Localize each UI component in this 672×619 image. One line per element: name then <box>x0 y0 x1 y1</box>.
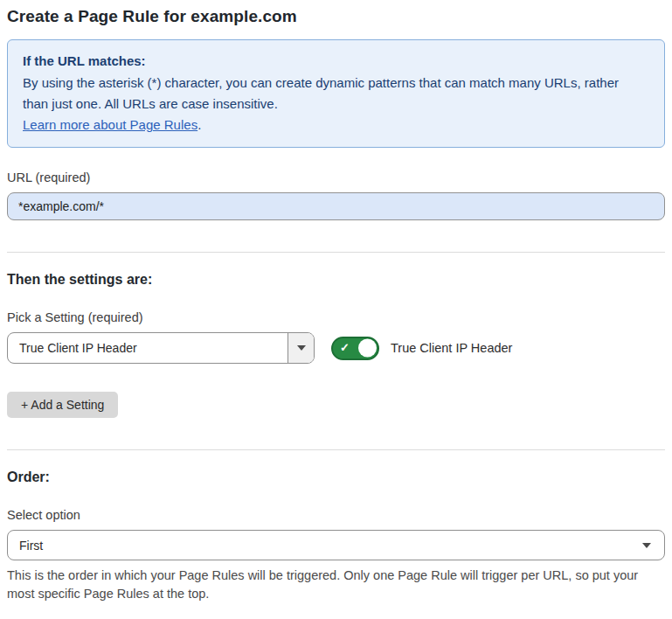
order-select-arrow <box>642 531 664 560</box>
info-box-body: By using the asterisk (*) character, you… <box>23 73 634 115</box>
add-setting-button[interactable]: + Add a Setting <box>7 392 118 418</box>
order-select-label: Select option <box>7 508 665 522</box>
chevron-down-icon <box>297 345 306 351</box>
true-client-ip-toggle[interactable]: ✓ <box>331 337 379 360</box>
info-box-link-line: Learn more about Page Rules. <box>23 115 649 136</box>
order-select[interactable]: First <box>7 530 665 560</box>
section-divider <box>7 252 665 253</box>
link-suffix-text: . <box>197 117 201 132</box>
toggle-knob <box>358 339 377 358</box>
chevron-down-icon <box>642 543 651 548</box>
setting-select[interactable]: True Client IP Header <box>7 332 315 364</box>
section-divider <box>7 449 665 450</box>
setting-select-value: True Client IP Header <box>8 333 288 363</box>
toggle-label: True Client IP Header <box>391 341 512 355</box>
setting-row: True Client IP Header ✓ True Client IP H… <box>7 332 665 364</box>
url-match-info-box: If the URL matches: By using the asteris… <box>7 39 665 148</box>
setting-select-arrow-button[interactable] <box>288 333 314 363</box>
check-icon: ✓ <box>340 341 350 354</box>
order-select-value: First <box>8 531 642 560</box>
info-box-heading: If the URL matches: <box>23 51 649 72</box>
page-title: Create a Page Rule for example.com <box>7 7 665 26</box>
order-help-text: This is the order in which your Page Rul… <box>7 567 654 603</box>
url-field-label: URL (required) <box>7 170 665 184</box>
url-input[interactable] <box>7 192 665 220</box>
learn-more-link[interactable]: Learn more about Page Rules <box>23 117 197 132</box>
pick-setting-label: Pick a Setting (required) <box>7 310 665 324</box>
setting-toggle-group: ✓ True Client IP Header <box>331 337 512 360</box>
settings-section-heading: Then the settings are: <box>7 272 665 288</box>
order-section-heading: Order: <box>7 469 665 485</box>
